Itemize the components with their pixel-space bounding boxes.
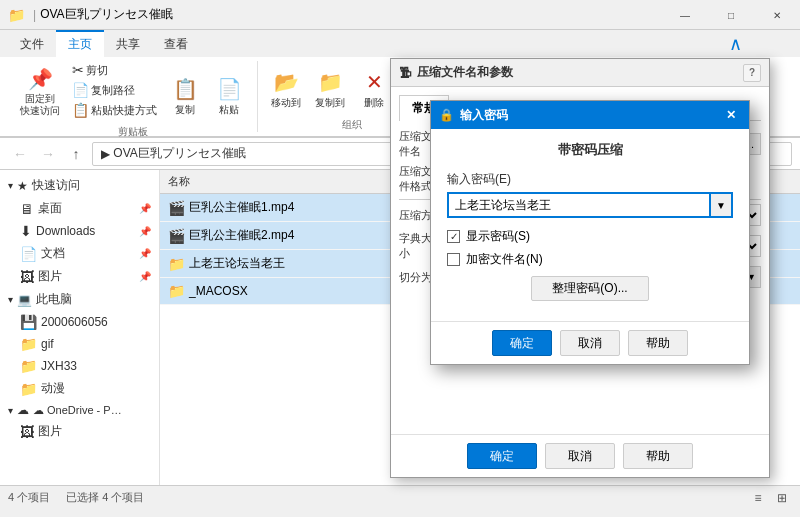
- pictures-pin-indicator: 📌: [139, 271, 151, 282]
- drive1-icon: 💾: [20, 314, 37, 330]
- manage-btn-wrap: 整理密码(O)...: [447, 276, 733, 301]
- sidebar-onedrive-pics-label: 图片: [38, 423, 62, 440]
- sidebar-downloads-label: Downloads: [36, 224, 95, 238]
- compress-dialog-footer: 确定 取消 帮助: [391, 434, 769, 477]
- file-icon-4: 📁: [168, 283, 185, 299]
- move-to-icon: 📂: [274, 70, 299, 94]
- path-text: OVA巨乳プリンセス催眠: [113, 145, 245, 162]
- this-pc-label: 此电脑: [36, 291, 72, 308]
- anime-icon: 📁: [20, 381, 37, 397]
- cut-button[interactable]: ✂ 剪切: [68, 61, 161, 79]
- window-title: OVA巨乳プリンセス催眠: [40, 6, 172, 23]
- password-cancel-button[interactable]: 取消: [560, 330, 620, 356]
- copy-button[interactable]: 📋 复制: [165, 75, 205, 119]
- pin-button[interactable]: 📌 固定到快速访问: [16, 65, 64, 119]
- paste-button[interactable]: 📄 粘贴: [209, 75, 249, 119]
- documents-pin-indicator: 📌: [139, 248, 151, 259]
- item-count: 4 个项目: [8, 490, 50, 505]
- tiles-view-button[interactable]: ⊞: [772, 488, 792, 508]
- tab-share[interactable]: 共享: [104, 30, 152, 57]
- copy-icon: 📋: [173, 77, 198, 101]
- cut-label: 剪切: [86, 63, 108, 78]
- tab-home[interactable]: 主页: [56, 30, 104, 57]
- password-dialog-close[interactable]: ✕: [721, 105, 741, 125]
- forward-button[interactable]: →: [36, 142, 60, 166]
- clipboard-label: 剪贴板: [118, 123, 148, 139]
- sidebar-pictures-label: 图片: [38, 268, 62, 285]
- ribbon-tabs: 文件 主页 共享 查看 ∧: [0, 30, 800, 57]
- minimize-button[interactable]: —: [662, 0, 708, 30]
- password-help-button[interactable]: 帮助: [628, 330, 688, 356]
- pin-icon: 📌: [28, 67, 53, 91]
- this-pc-chevron: ▾: [8, 294, 13, 305]
- password-label: 输入密码(E): [447, 171, 733, 188]
- compress-dialog-titlebar: 🗜 压缩文件名和参数 ?: [391, 59, 769, 87]
- paste-shortcut-label: 粘贴快捷方式: [91, 103, 157, 118]
- copy-path-button[interactable]: 📄 复制路径: [68, 81, 161, 99]
- delete-button[interactable]: ✕ 删除: [354, 68, 394, 112]
- compress-ok-button[interactable]: 确定: [467, 443, 537, 469]
- back-button[interactable]: ←: [8, 142, 32, 166]
- show-password-checkbox[interactable]: [447, 230, 460, 243]
- copy-path-icon: 📄: [72, 82, 89, 98]
- view-controls: ≡ ⊞: [748, 488, 792, 508]
- title-bar-separator: |: [33, 8, 36, 22]
- quick-access-icon: ★: [17, 179, 28, 193]
- pictures-icon: 🖼: [20, 269, 34, 285]
- pin-indicator: 📌: [139, 203, 151, 214]
- sidebar-section-quick-access[interactable]: ▾ ★ 快速访问: [0, 174, 159, 197]
- up-button[interactable]: ↑: [64, 142, 88, 166]
- compress-cancel-button[interactable]: 取消: [545, 443, 615, 469]
- encrypt-filename-row: 加密文件名(N): [447, 251, 733, 268]
- downloads-pin-indicator: 📌: [139, 226, 151, 237]
- sidebar-item-onedrive-pics[interactable]: 🖼 图片: [0, 420, 159, 443]
- cut-icon: ✂: [72, 62, 84, 78]
- ribbon-expand-icon[interactable]: ∧: [729, 33, 742, 55]
- password-dialog-titlebar: 🔒 输入密码 ✕: [431, 101, 749, 129]
- sidebar-item-gif[interactable]: 📁 gif: [0, 333, 159, 355]
- sidebar-item-drive1[interactable]: 💾 2000606056: [0, 311, 159, 333]
- password-ok-button[interactable]: 确定: [492, 330, 552, 356]
- tab-view[interactable]: 查看: [152, 30, 200, 57]
- sidebar-item-downloads[interactable]: ⬇ Downloads 📌: [0, 220, 159, 242]
- password-dropdown-button[interactable]: ▼: [711, 192, 733, 218]
- pin-label: 固定到快速访问: [20, 93, 60, 117]
- documents-icon: 📄: [20, 246, 37, 262]
- sidebar-jxh33-label: JXH33: [41, 359, 77, 373]
- delete-icon: ✕: [366, 70, 383, 94]
- close-button[interactable]: ✕: [754, 0, 800, 30]
- compress-dialog-help-icon[interactable]: ?: [743, 64, 761, 82]
- password-dialog: 🔒 输入密码 ✕ 带密码压缩 输入密码(E) ▼ 显示密码(S) 加密文件名(N…: [430, 100, 750, 365]
- organize-label: 组织: [342, 116, 362, 132]
- encrypt-filename-checkbox[interactable]: [447, 253, 460, 266]
- maximize-button[interactable]: □: [708, 0, 754, 30]
- copy-to-button[interactable]: 📁 复制到: [310, 68, 350, 112]
- paste-label: 粘贴: [219, 103, 239, 117]
- path-chevron: ▶: [101, 147, 110, 161]
- onedrive-icon: ☁: [17, 403, 29, 417]
- move-to-label: 移动到: [271, 96, 301, 110]
- sidebar-item-desktop[interactable]: 🖥 桌面 📌: [0, 197, 159, 220]
- compress-dialog-controls: ?: [743, 64, 761, 82]
- sidebar-item-anime[interactable]: 📁 动漫: [0, 377, 159, 400]
- manage-password-btn[interactable]: 整理密码(O)...: [531, 276, 648, 301]
- tab-file[interactable]: 文件: [8, 30, 56, 57]
- copy-path-label: 复制路径: [91, 83, 135, 98]
- sidebar-item-jxh33[interactable]: 📁 JXH33: [0, 355, 159, 377]
- sidebar-documents-label: 文档: [41, 245, 65, 262]
- move-to-button[interactable]: 📂 移动到: [266, 68, 306, 112]
- file-name-4: _MACOSX: [189, 284, 248, 298]
- list-view-button[interactable]: ≡: [748, 488, 768, 508]
- sidebar-item-documents[interactable]: 📄 文档 📌: [0, 242, 159, 265]
- sidebar-item-pictures[interactable]: 🖼 图片 📌: [0, 265, 159, 288]
- clipboard-group: 📌 固定到快速访问 ✂ 剪切 📄 复制路径 📋 粘贴快捷方式: [8, 61, 258, 132]
- password-input[interactable]: [447, 192, 711, 218]
- sidebar-section-onedrive[interactable]: ▾ ☁ ☁ OneDrive - Perso...: [0, 400, 159, 420]
- copy-paste-group: ✂ 剪切 📄 复制路径 📋 粘贴快捷方式: [68, 61, 161, 119]
- password-input-row: ▼: [447, 192, 733, 218]
- sidebar-section-this-pc[interactable]: ▾ 💻 此电脑: [0, 288, 159, 311]
- compress-help-button[interactable]: 帮助: [623, 443, 693, 469]
- file-name-2: 巨乳公主催眠2.mp4: [189, 227, 294, 244]
- copy-to-label: 复制到: [315, 96, 345, 110]
- paste-shortcut-button[interactable]: 📋 粘贴快捷方式: [68, 101, 161, 119]
